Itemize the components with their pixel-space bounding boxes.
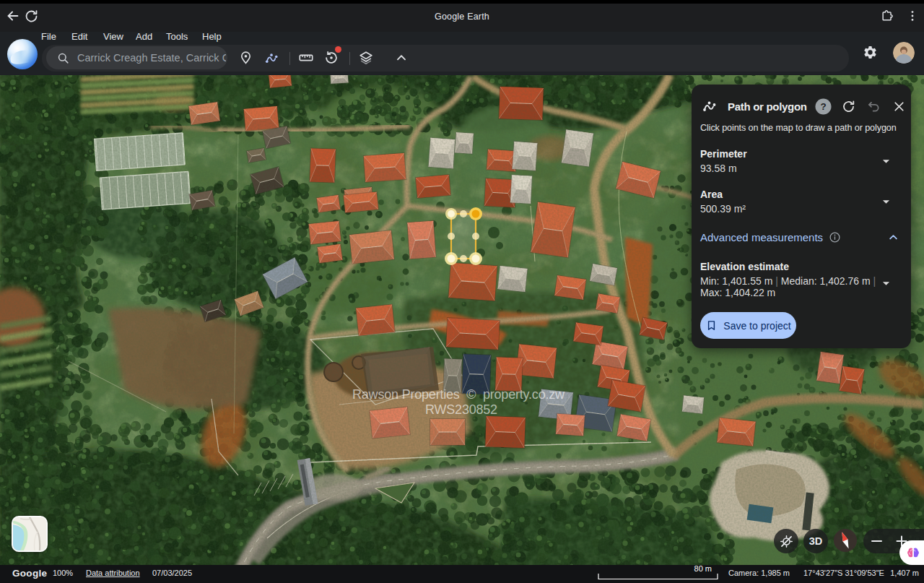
svg-text:?: ? [820, 101, 826, 112]
